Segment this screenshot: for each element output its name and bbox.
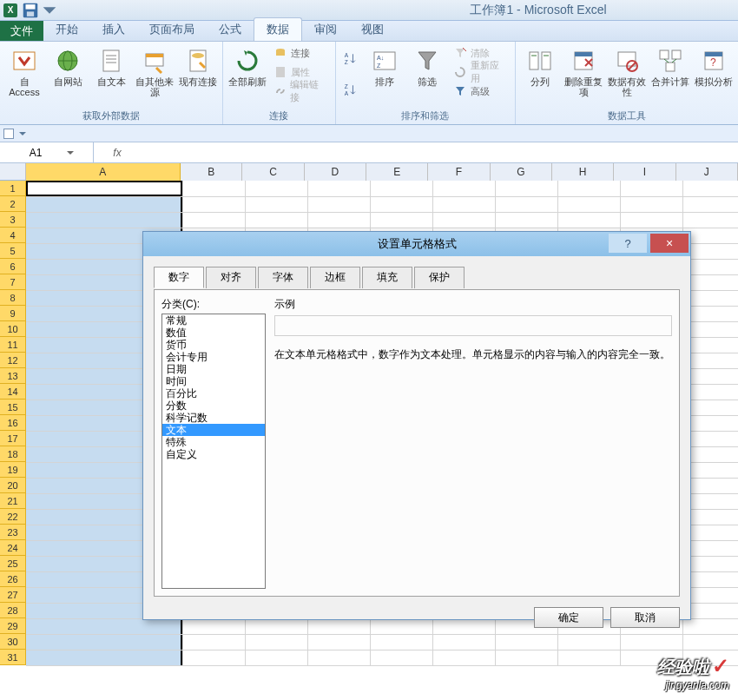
btn-text-to-columns[interactable]: 分列 bbox=[519, 43, 561, 106]
dialog-titlebar[interactable]: 设置单元格格式 ? × bbox=[143, 232, 690, 256]
row-header[interactable]: 19 bbox=[0, 462, 26, 478]
row-header[interactable]: 11 bbox=[0, 337, 26, 353]
btn-existing-conn[interactable]: 现有连接 bbox=[177, 43, 219, 106]
btn-connections[interactable]: 连接 bbox=[270, 43, 332, 63]
dialog-help-button[interactable]: ? bbox=[609, 234, 647, 253]
dlg-tab-border[interactable]: 边框 bbox=[310, 267, 360, 288]
row-header[interactable]: 1 bbox=[0, 181, 26, 196]
btn-remove-dup[interactable]: 删除重复项 bbox=[563, 43, 604, 106]
row-header[interactable]: 23 bbox=[0, 525, 26, 540]
col-header-F[interactable]: F bbox=[428, 163, 490, 181]
btn-reapply[interactable]: 重新应用 bbox=[450, 63, 511, 82]
col-header-G[interactable]: G bbox=[491, 163, 552, 181]
cancel-button[interactable]: 取消 bbox=[610, 607, 680, 628]
row-header[interactable]: 21 bbox=[0, 493, 26, 509]
toggle-dropdown-icon[interactable] bbox=[17, 129, 28, 139]
row-header[interactable]: 22 bbox=[0, 509, 26, 525]
dlg-tab-number[interactable]: 数字 bbox=[154, 267, 204, 288]
category-item[interactable]: 科学记数 bbox=[162, 412, 265, 424]
name-box-input[interactable] bbox=[5, 147, 66, 159]
btn-sort-desc[interactable]: ZA bbox=[339, 75, 362, 106]
btn-filter[interactable]: 筛选 bbox=[406, 43, 447, 106]
row-header[interactable]: 15 bbox=[0, 400, 26, 415]
btn-sort-asc[interactable]: AZ bbox=[339, 43, 362, 75]
category-item[interactable]: 日期 bbox=[162, 363, 265, 375]
row-header[interactable]: 24 bbox=[0, 540, 26, 556]
btn-edit-links[interactable]: 编辑链接 bbox=[270, 82, 332, 101]
btn-data-validation[interactable]: 数据有效性 bbox=[606, 43, 648, 106]
toggle-box-icon[interactable] bbox=[3, 129, 14, 139]
row-header[interactable]: 26 bbox=[0, 571, 26, 587]
row-header[interactable]: 14 bbox=[0, 384, 26, 400]
row-header[interactable]: 17 bbox=[0, 431, 26, 446]
name-box[interactable] bbox=[0, 142, 94, 162]
category-item[interactable]: 货币 bbox=[162, 339, 265, 351]
category-item[interactable]: 常规 bbox=[162, 314, 265, 327]
tab-insert[interactable]: 插入 bbox=[90, 18, 137, 41]
dlg-tab-protect[interactable]: 保护 bbox=[414, 267, 465, 288]
row-header[interactable]: 30 bbox=[0, 634, 26, 650]
col-header-E[interactable]: E bbox=[366, 163, 428, 181]
excel-app-icon[interactable]: X bbox=[3, 3, 17, 17]
tab-data[interactable]: 数据 bbox=[254, 17, 302, 41]
name-box-dropdown-icon[interactable] bbox=[66, 149, 75, 157]
btn-from-web[interactable]: 自网站 bbox=[47, 43, 89, 106]
row-header[interactable]: 29 bbox=[0, 618, 26, 634]
fx-icon[interactable]: fx bbox=[108, 147, 127, 159]
row-header[interactable]: 2 bbox=[0, 196, 26, 212]
row-header[interactable]: 7 bbox=[0, 274, 26, 290]
row-header[interactable]: 5 bbox=[0, 243, 26, 259]
btn-from-text[interactable]: 自文本 bbox=[90, 43, 132, 106]
col-header-I[interactable]: I bbox=[614, 163, 675, 181]
dlg-tab-align[interactable]: 对齐 bbox=[206, 267, 256, 288]
row-header[interactable]: 10 bbox=[0, 321, 26, 337]
btn-from-other[interactable]: 自其他来源 bbox=[134, 43, 175, 106]
row-header[interactable]: 3 bbox=[0, 212, 26, 228]
row-header[interactable]: 27 bbox=[0, 587, 26, 603]
row-header[interactable]: 18 bbox=[0, 446, 26, 462]
tab-layout[interactable]: 页面布局 bbox=[137, 18, 207, 41]
tab-formulas[interactable]: 公式 bbox=[207, 18, 254, 41]
row-header[interactable]: 6 bbox=[0, 259, 26, 274]
category-item[interactable]: 会计专用 bbox=[162, 351, 265, 363]
qat-save-icon[interactable] bbox=[21, 1, 40, 20]
tab-home[interactable]: 开始 bbox=[43, 18, 90, 41]
dialog-close-button[interactable]: × bbox=[650, 234, 689, 253]
row-header[interactable]: 20 bbox=[0, 478, 26, 493]
btn-advanced[interactable]: 高级 bbox=[450, 82, 511, 101]
active-cell-A1[interactable] bbox=[26, 181, 182, 196]
col-header-J[interactable]: J bbox=[676, 163, 738, 181]
row-header[interactable]: 28 bbox=[0, 603, 26, 618]
category-item[interactable]: 百分比 bbox=[162, 387, 265, 400]
btn-sort[interactable]: A↓Z排序 bbox=[364, 43, 405, 106]
category-item[interactable]: 时间 bbox=[162, 375, 265, 387]
dlg-tab-fill[interactable]: 填充 bbox=[362, 267, 412, 288]
ok-button[interactable]: 确定 bbox=[534, 607, 603, 628]
row-header[interactable]: 9 bbox=[0, 306, 26, 321]
category-item[interactable]: 文本 bbox=[162, 424, 265, 436]
col-header-A[interactable]: A bbox=[26, 163, 181, 181]
col-header-B[interactable]: B bbox=[181, 163, 242, 181]
row-header[interactable]: 25 bbox=[0, 556, 26, 571]
row-header[interactable]: 13 bbox=[0, 368, 26, 384]
tab-file[interactable]: 文件 bbox=[0, 21, 43, 41]
row-header[interactable]: 12 bbox=[0, 353, 26, 368]
select-all-corner[interactable] bbox=[0, 163, 26, 181]
category-item[interactable]: 自定义 bbox=[162, 448, 265, 460]
btn-consolidate[interactable]: 合并计算 bbox=[649, 43, 691, 106]
row-header[interactable]: 16 bbox=[0, 415, 26, 431]
category-item[interactable]: 数值 bbox=[162, 327, 265, 339]
col-header-C[interactable]: C bbox=[242, 163, 304, 181]
tab-review[interactable]: 审阅 bbox=[302, 18, 349, 41]
btn-refresh-all[interactable]: 全部刷新 bbox=[227, 43, 268, 106]
row-header[interactable]: 4 bbox=[0, 228, 26, 243]
category-item[interactable]: 分数 bbox=[162, 400, 265, 412]
row-header[interactable]: 31 bbox=[0, 650, 26, 665]
formula-input[interactable] bbox=[127, 146, 738, 159]
row-header[interactable]: 8 bbox=[0, 290, 26, 306]
btn-whatif[interactable]: ?模拟分析 bbox=[693, 43, 735, 106]
col-header-H[interactable]: H bbox=[552, 163, 614, 181]
dlg-tab-font[interactable]: 字体 bbox=[258, 267, 308, 288]
qat-dropdown-icon[interactable] bbox=[40, 1, 59, 20]
category-item[interactable]: 特殊 bbox=[162, 436, 265, 448]
